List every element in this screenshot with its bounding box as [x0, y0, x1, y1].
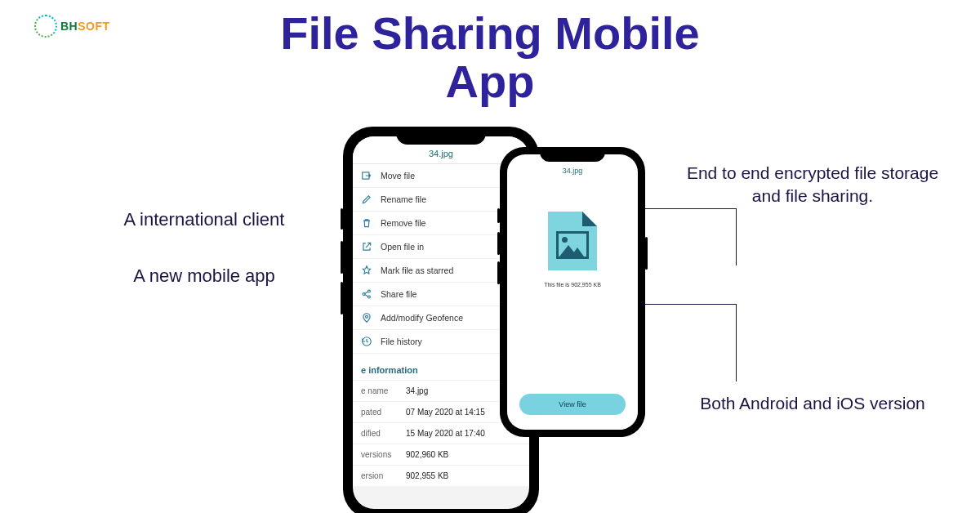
info-value: 15 May 2020 at 17:40: [406, 429, 521, 438]
phone-notch: [396, 127, 486, 145]
phone-mockup-file-preview: 34.jpg This file is 902,955 KB View file: [500, 147, 645, 437]
menu-label: Remove file: [381, 218, 425, 228]
move-icon: [361, 170, 372, 181]
phone-side-button: [497, 208, 500, 223]
left-copy-client: A international client: [102, 208, 306, 232]
info-row-versions: versions 902,960 KB: [353, 444, 529, 465]
info-key: dified: [361, 429, 406, 438]
phone-side-button: [341, 241, 343, 274]
phone-side-button: [341, 282, 343, 314]
left-copy: A international client A new mobile app: [102, 208, 306, 288]
phone-side-button: [645, 237, 648, 270]
title-line-2: App: [446, 56, 535, 107]
external-link-icon: [361, 241, 372, 252]
info-key: versions: [361, 450, 406, 459]
phone-side-button: [497, 261, 500, 284]
info-key: pated: [361, 408, 406, 417]
location-icon: [361, 312, 372, 323]
image-file-icon: [548, 212, 597, 270]
page-title: File Sharing Mobile App: [0, 10, 980, 106]
share-icon: [361, 288, 372, 300]
phone-screen: 34.jpg This file is 902,955 KB View file: [507, 154, 638, 430]
callout-line-2: [637, 304, 737, 381]
phone-notch: [540, 147, 605, 162]
left-copy-app: A new mobile app: [102, 265, 306, 288]
trash-icon: [361, 217, 372, 229]
view-file-button[interactable]: View file: [519, 394, 626, 415]
info-key: ersion: [361, 471, 406, 480]
menu-label: Move file: [381, 171, 415, 181]
menu-label: Share file: [381, 289, 416, 299]
phone-side-button: [341, 208, 343, 230]
menu-label: File history: [381, 337, 422, 346]
menu-label: Open file in: [381, 242, 424, 252]
file-size-caption: This file is 902,955 KB: [544, 282, 601, 288]
feature-encryption: End to end encrypted file storage and fi…: [686, 162, 939, 208]
history-icon: [361, 336, 372, 347]
info-row-version: ersion 902,955 KB: [353, 465, 529, 486]
info-value: 902,960 KB: [406, 450, 521, 459]
info-key: e name: [361, 386, 406, 395]
title-line-1: File Sharing Mobile: [280, 7, 699, 59]
menu-label: Mark file as starred: [381, 265, 453, 275]
menu-label: Rename file: [381, 194, 426, 204]
phone-side-button: [497, 232, 500, 255]
pencil-icon: [361, 194, 372, 205]
info-value: 902,955 KB: [406, 471, 521, 480]
menu-label: Add/modify Geofence: [381, 313, 463, 323]
callout-line-1: [637, 208, 737, 265]
feature-platforms: Both Android and iOS version: [698, 392, 927, 415]
svg-point-4: [366, 315, 368, 318]
star-icon: [361, 265, 372, 276]
